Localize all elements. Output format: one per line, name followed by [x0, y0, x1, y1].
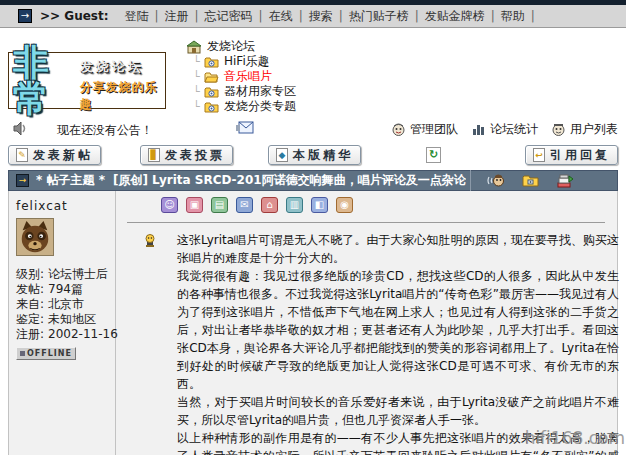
- registered-value: 2002-11-16: [48, 327, 118, 342]
- admin-team-link[interactable]: 管理团队: [392, 121, 458, 138]
- admin-links-group: 管理团队 论坛统计 用户列表: [392, 121, 618, 138]
- email-icon[interactable]: ✉: [236, 197, 253, 213]
- tree-connector: └: [193, 70, 204, 83]
- new-mail-icon[interactable]: [236, 121, 254, 137]
- bar-chart-icon: [472, 123, 485, 136]
- forum-page: → >> Guest: 登陆 | 注册 | 忘记密码 | 在线 | 搜索 | 热…: [0, 0, 626, 455]
- tree-connector: └: [193, 100, 204, 113]
- offline-status-badge: OFFLINE: [16, 347, 76, 360]
- link-help[interactable]: 帮助: [501, 8, 525, 25]
- printer-icon[interactable]: [556, 174, 574, 188]
- post-paragraph: 我觉得很有趣：我见过很多绝版的珍贵CD，想找这些CD的人很多，因此从中发生的各种…: [177, 267, 619, 393]
- announcement-row: 现在还没有公告！ 管理团队 论坛统计 用户列表: [8, 120, 618, 140]
- post-emoticon-icon: [143, 233, 157, 251]
- refresh-icon[interactable]: ↻: [426, 147, 441, 163]
- folder-icon: [204, 101, 219, 113]
- tree-connector: └: [193, 85, 204, 98]
- forward-arrow-icon[interactable]: →: [18, 9, 32, 23]
- new-post-button[interactable]: ✎ 发表新帖: [8, 145, 101, 165]
- forum-stats-link[interactable]: 论坛统计: [472, 121, 538, 138]
- author-posts-row: 发帖: 794篇: [16, 282, 108, 297]
- author-from-row: 来自: 北京市: [16, 297, 108, 312]
- separator: |: [259, 9, 263, 23]
- announce-voice-icon[interactable]: [487, 173, 505, 188]
- posts-list-icon[interactable]: ▤: [211, 197, 228, 213]
- edit-post-icon[interactable]: ▥: [286, 197, 303, 213]
- new-poll-label: 发表投票: [165, 147, 225, 164]
- homepage-icon[interactable]: ⌂: [261, 197, 278, 213]
- folder-archive-icon[interactable]: [522, 174, 539, 187]
- offline-label: OFFLINE: [27, 349, 72, 358]
- new-poll-icon: ▊: [148, 148, 160, 162]
- logo-subtitle-2: 分享发烧的乐趣: [80, 79, 161, 113]
- forum-home-icon: [186, 40, 202, 54]
- admin-face-icon: [392, 123, 405, 137]
- link-gold-posters[interactable]: 发贴金牌榜: [425, 8, 485, 25]
- author-username[interactable]: felixcat: [16, 199, 108, 213]
- author-registered-row: 注册: 2002-11-16: [16, 327, 108, 342]
- thread-toolbar-icons: [470, 170, 610, 191]
- private-message-icon[interactable]: ▣: [186, 197, 203, 213]
- site-watermark: hifi168.com: [525, 428, 625, 448]
- report-post-icon[interactable]: ◉: [336, 197, 353, 213]
- author-level-row: 级别: 论坛博士后: [16, 267, 108, 282]
- user-list-label: 用户列表: [570, 121, 618, 138]
- essence-label: 本版精华: [293, 147, 353, 164]
- tree-item-label[interactable]: 发烧分类专题: [224, 98, 296, 115]
- forum-stats-label: 论坛统计: [490, 121, 538, 138]
- from-label: 来自:: [16, 297, 44, 312]
- separator: |: [299, 9, 303, 23]
- logo-side-text: 发烧论坛 分享发烧的乐趣: [80, 58, 161, 113]
- essence-button[interactable]: ◆ 本版精华: [268, 145, 361, 165]
- link-hot-posts[interactable]: 热门贴子榜: [349, 8, 409, 25]
- thread-arrow-icon[interactable]: →: [16, 174, 29, 187]
- quote-reply-label: 引用回复: [550, 147, 610, 164]
- link-search[interactable]: 搜索: [309, 8, 333, 25]
- link-register[interactable]: 注册: [165, 8, 189, 25]
- tree-item-music-records[interactable]: └ 音乐唱片: [193, 69, 296, 84]
- separator: |: [415, 9, 419, 23]
- site-logo[interactable]: 非常 发烧论坛 分享发烧的乐趣: [8, 52, 166, 109]
- new-post-icon: ✎: [16, 148, 28, 162]
- tree-item-topics[interactable]: └ 发烧分类专题: [193, 99, 296, 114]
- separator: |: [195, 9, 199, 23]
- region-label: 鉴定:: [16, 312, 44, 327]
- author-info: 级别: 论坛博士后 发帖: 794篇 来自: 北京市 鉴定: 未知地区 注册:: [16, 267, 108, 342]
- logo-main-text: 非常: [13, 45, 74, 117]
- avatar: [16, 218, 54, 256]
- thread-subject-prefix: * 帖子主题 *: [36, 172, 105, 189]
- tree-connector: └: [193, 55, 204, 68]
- level-label: 级别:: [16, 267, 44, 282]
- post-divider: [127, 222, 605, 223]
- post-paragraph: 这张Lyrita唱片可谓是无人不晓了。由于大家心知肚明的原因，现在要寻找、购买这…: [177, 231, 619, 267]
- quote-post-icon[interactable]: ◧: [311, 197, 328, 213]
- user-list-link[interactable]: 用户列表: [552, 121, 618, 138]
- quote-reply-button[interactable]: ↩ 引用回复: [525, 145, 618, 165]
- author-region-row: 鉴定: 未知地区: [16, 312, 108, 327]
- folder-icon: [204, 86, 219, 98]
- level-value: 论坛博士后: [48, 267, 108, 282]
- registered-label: 注册:: [16, 327, 44, 342]
- link-forgot-password[interactable]: 忘记密码: [205, 8, 253, 25]
- separator: |: [531, 9, 535, 23]
- folder-icon: [204, 56, 219, 68]
- post-paragraph: 当然，对于买唱片时间较长的音乐爱好者来说，由于Lyrita没破产之前此唱片不难买…: [177, 393, 619, 429]
- tree-item-hifi[interactable]: └ HiFi乐趣: [193, 54, 296, 69]
- offline-dot-icon: [20, 351, 25, 356]
- separator: |: [491, 9, 495, 23]
- speaker-icon: [13, 121, 29, 139]
- posts-value: 794篇: [48, 282, 83, 297]
- admin-team-label: 管理团队: [410, 121, 458, 138]
- link-login[interactable]: 登陆: [125, 8, 149, 25]
- thread-main-area: felixcat 级别: 论坛博士后: [8, 191, 618, 455]
- tree-item-equipment[interactable]: └ 器材用家专区: [193, 84, 296, 99]
- user-face-icon: [552, 123, 565, 137]
- gem-icon: ◆: [276, 148, 288, 162]
- toolbar-row: ✎ 发表新帖 ▊ 发表投票 ◆ 本版精华 ↻ ↩ 引用回复: [8, 145, 618, 167]
- new-poll-button[interactable]: ▊ 发表投票: [140, 145, 233, 165]
- link-online[interactable]: 在线: [269, 8, 293, 25]
- author-panel: felixcat 级别: 论坛博士后: [9, 191, 116, 455]
- profile-icon[interactable]: ☺: [161, 197, 178, 213]
- separator: |: [155, 9, 159, 23]
- new-post-label: 发表新帖: [33, 147, 93, 164]
